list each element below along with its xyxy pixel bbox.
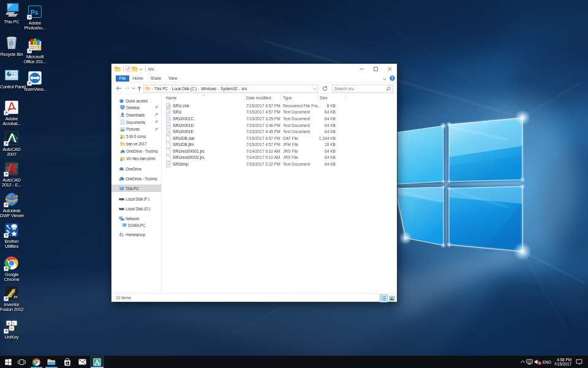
file-row-sru-chk[interactable]: SRU.chk7/15/2017 4:57 PMRecovered File F… [162,103,397,110]
desktop-icon-microsoft-office[interactable]: MicrosoftOffice 201... [23,37,47,64]
network-tray-icon[interactable] [526,356,533,368]
desktop-icon-this-pc[interactable]: This PC [0,2,23,25]
file-size: 64 KB [309,162,336,166]
column-header-type[interactable]: Type [283,94,307,102]
taskbar-button-chrome[interactable] [30,356,43,368]
action-center-icon[interactable] [575,356,583,368]
sidebar-item-v-hi-u-b-n-ph-m[interactable]: Vô hiệu bàn phím [111,155,161,163]
refresh-button[interactable] [320,85,330,93]
forward-button[interactable] [123,85,130,92]
search-box[interactable]: Search sru [332,85,393,93]
file-row-srudb-dat[interactable]: SRUDB.dat7/15/2017 4:57 PMDAT File1,344 … [162,136,397,142]
sidebar-item-downloads[interactable]: Downloads [111,111,161,118]
taskbar-button-autocad[interactable] [90,356,104,368]
taskbar-button-file-explorer[interactable] [45,356,58,368]
desktop-icon-autodesk-dwf-viewer[interactable]: AutodeskDWF Viewer [0,191,23,218]
ribbon-tab-home[interactable]: Home [129,75,147,82]
folder-sync-icon [120,156,125,161]
brother-icon [4,222,20,238]
language-indicator[interactable]: ENG [542,356,552,368]
sidebar-item-local-disk-g-[interactable]: Local Disk (G:) [111,205,161,212]
qat-customize-chevron-icon[interactable] [139,67,143,71]
ribbon-tab-file[interactable]: File [116,75,129,82]
new-folder-icon[interactable] [132,66,138,72]
sidebar-item-desktop[interactable]: Desktop [111,104,161,111]
file-type: JRS File [283,155,298,159]
sidebar-item-documents[interactable]: Documents [111,118,161,126]
column-header-label: Name [166,96,177,100]
desktop-icon-adobe-acrobat[interactable]: AdobeAcrobat... [0,99,23,126]
expand-ribbon-chevron-icon[interactable] [383,77,386,81]
pin-icon [154,112,159,117]
file-row-sru0001c[interactable]: SRU0001C7/15/2017 3:25 PMText Document64… [162,116,397,123]
ribbon-tab-view[interactable]: View [164,75,182,82]
system-folder-icon[interactable] [115,66,121,72]
file-row-srudb-jfm[interactable]: SRUDB.jfm7/15/2017 4:57 PMJFM File16 KB [162,142,397,148]
column-header-date-modified[interactable]: Date modified [246,94,282,102]
sidebar-item-ban-ve-2017[interactable]: ban ve 2017 [111,140,161,148]
back-button[interactable] [115,85,123,92]
address-dropdown-chevron-icon[interactable] [313,86,317,91]
sidebar-item-5-l-i-c-ng[interactable]: 5 lỗi ổ cứng [111,133,161,140]
clock[interactable]: 4:58 PM 7/15/2017 [552,356,571,368]
breadcrumb-sru[interactable]: sru [242,86,247,91]
desktop-icon-unikey[interactable]: uinUniKey [0,318,23,340]
file-row-sru0001d[interactable]: SRU0001D7/15/2017 3:46 PMText Document64… [162,123,397,129]
sidebar-item-onedrive[interactable]: OneDrive [111,165,161,172]
folder-sync-icon [120,134,125,139]
file-size: 64 KB [309,155,336,159]
sidebar-item-onedrive-tr-ng-[interactable]: OneDrive - Trường Đ. [111,175,161,183]
desktop-icon-adobe-photoshop[interactable]: PsAdobePhotosho... [23,4,47,31]
desktop-icon-label: Chrome [0,277,23,282]
status-bar: 10 items [111,293,397,302]
address-bar[interactable]: ›This PC›Local Disk (C:)›Windows›System3… [143,85,318,93]
sidebar-item-this-pc[interactable]: This PC [111,185,161,192]
shortcut-arrow-icon [4,329,9,334]
file-row-sru0001e[interactable]: SRU0001E7/15/2017 4:45 PMText Document64… [162,129,397,136]
maximize-button[interactable] [369,64,383,74]
desktop-icon-google-chrome[interactable]: GoogleChrome [0,255,23,282]
explorer-window: sru ? FileHomeShareView ›This PC›Local D… [111,63,398,302]
sidebar-item-label: Vô hiệu bàn phím [126,156,156,161]
thumbnails-view-button[interactable] [388,294,396,302]
chrome-icon [4,255,20,271]
file-row-sru[interactable]: SRU7/15/2017 4:57 PMText Document64 KB [162,109,397,116]
column-separator [281,94,281,101]
desktop-icon-brother-utilities[interactable]: BrotherUtilities [0,222,23,249]
help-icon[interactable]: ? [390,75,395,82]
sidebar-item-label: OneDrive - Trường Đ. [126,177,158,181]
file-row-srures00001-jrs[interactable]: SRUres00001.jrs7/14/2017 9:10 AMJRS File… [162,148,397,155]
taskbar-button-store[interactable] [61,356,74,368]
desktop-icon-teamviewer[interactable]: TeamView... [23,70,47,92]
desktop-icon-autocad-2012[interactable]: AutoCAD2012 - E... [0,161,23,188]
desktop-icon-control-panel[interactable]: Control Panel [0,67,23,90]
window-title: sru [148,67,154,71]
minimize-button[interactable] [355,64,369,74]
desktop-icon-recycle-bin[interactable]: Recycle Bin [0,35,23,57]
breadcrumb-system32[interactable]: System32 [221,86,238,91]
sidebar-item-homegroup[interactable]: Homegroup [111,231,161,239]
sidebar-item-local-disk-f-[interactable]: Local Disk (F:) [111,196,161,203]
properties-icon[interactable] [126,66,130,72]
volume-muted-icon[interactable] [533,356,541,368]
desktop-icon-label: Office 201... [23,59,47,64]
breadcrumb-this-pc[interactable]: This PC [154,86,168,91]
close-button[interactable] [383,64,397,74]
desktop-icon-autocad-2007[interactable]: AutoCAD2007 [0,130,23,157]
sidebar-item-onedrive-tr-ng-[interactable]: OneDrive - Trường Đ [111,148,161,155]
column-header-size[interactable]: Size [320,94,344,102]
breadcrumb-local-disk-c-[interactable]: Local Disk (C:) [172,86,197,91]
details-view-button[interactable] [380,294,388,302]
desktop-icon-inventor-fusion-2012[interactable]: FTInventorFusion 2012 [0,285,23,312]
sidebar-item-doan-pc[interactable]: DOAN-PC [111,221,161,229]
up-button[interactable] [135,85,143,92]
sidebar-item-pictures[interactable]: Pictures [111,126,161,133]
navigation-pane: Quick accessDesktopDownloadsDocumentsPic… [111,94,161,293]
taskbar-button-mail[interactable] [76,356,88,368]
taskbar-button-start[interactable] [2,356,13,368]
file-row-srutmp[interactable]: SRUtmp7/15/2017 2:22 PMText Document64 K… [162,161,397,168]
breadcrumb-windows[interactable]: Windows [201,86,216,91]
file-row-srures00002-jrs[interactable]: SRUres00002.jrs7/14/2017 9:10 AMJRS File… [162,155,397,161]
taskbar-button-task-view[interactable] [16,356,27,368]
ribbon-tab-share[interactable]: Share [147,75,165,82]
